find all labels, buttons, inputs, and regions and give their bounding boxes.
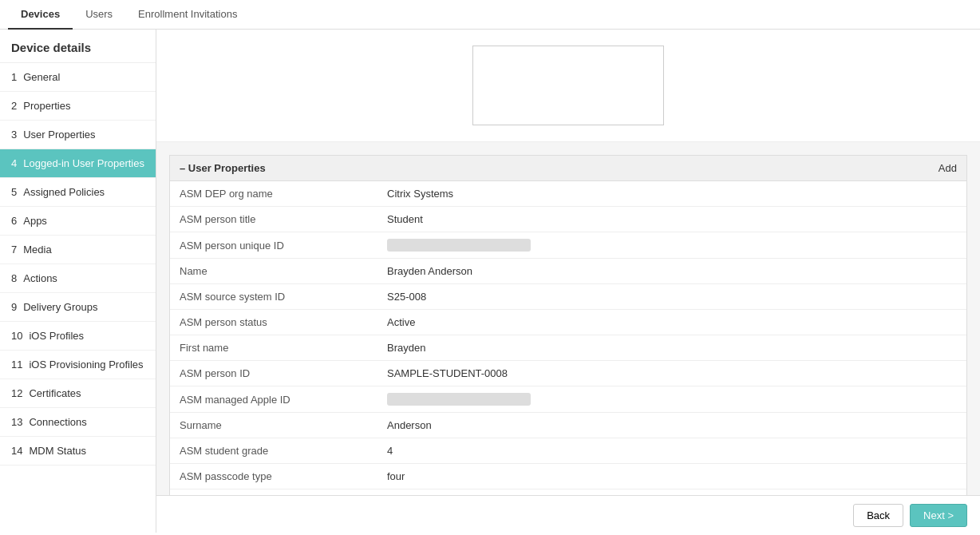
sidebar-item-general[interactable]: 1 General: [0, 63, 156, 92]
sidebar-num: 12: [11, 387, 22, 399]
sidebar-num: 2: [11, 100, 17, 112]
device-image-area: [156, 30, 980, 142]
sidebar-label: iOS Provisioning Profiles: [29, 359, 143, 371]
sidebar-item-mdm-status[interactable]: 14 MDM Status: [0, 437, 156, 466]
prop-label: ASM person ID: [170, 361, 377, 386]
sidebar-item-assigned-policies[interactable]: 5 Assigned Policies: [0, 178, 156, 207]
prop-label: ASM DEP org name: [170, 181, 377, 206]
prop-label: First name: [170, 335, 377, 360]
tab-devices[interactable]: Devices: [8, 0, 73, 30]
sidebar-num: 1: [11, 71, 17, 83]
table-row: ASM managed Apple ID: [170, 386, 966, 413]
blurred-bar: [387, 393, 531, 406]
main-layout: Device details 1 General 2 Properties 3 …: [0, 30, 980, 533]
sidebar-num: 6: [11, 215, 17, 227]
sidebar-label: Assigned Policies: [23, 186, 105, 198]
sidebar-label: iOS Profiles: [29, 330, 84, 342]
sidebar-label: General: [23, 71, 60, 83]
sidebar-label: Properties: [23, 100, 70, 112]
prop-value: Citrix Systems: [377, 181, 966, 206]
prop-value: S25-008: [377, 284, 966, 309]
tab-users[interactable]: Users: [73, 0, 125, 30]
prop-value-blurred: [377, 386, 966, 412]
sidebar-num: 3: [11, 129, 17, 141]
sidebar-num: 13: [11, 416, 22, 428]
sidebar-label: User Properties: [23, 129, 95, 141]
prop-value: SAMPLE-STUDENT-0008: [377, 361, 966, 386]
sidebar-label: Media: [23, 244, 51, 256]
sidebar-num: 7: [11, 244, 17, 256]
prop-value: four: [377, 464, 966, 489]
prop-value: Student: [377, 207, 966, 232]
sidebar-num: 10: [11, 330, 22, 342]
table-row: ASM DEP org name Citrix Systems: [170, 181, 966, 207]
content-area: – User Properties Add ASM DEP org name C…: [156, 30, 980, 533]
prop-label: ASM person title: [170, 207, 377, 232]
table-row: ASM student grade 4: [170, 438, 966, 464]
table-row: ASM passcode type four: [170, 464, 966, 489]
sidebar-label: Certificates: [29, 387, 81, 399]
blurred-bar: [387, 239, 531, 252]
sidebar-title: Device details: [0, 30, 156, 63]
sidebar-num: 9: [11, 301, 17, 313]
sidebar-item-certificates[interactable]: 12 Certificates: [0, 379, 156, 408]
prop-value: Anderson: [377, 413, 966, 438]
table-row: Name Brayden Anderson: [170, 259, 966, 284]
sidebar-item-properties[interactable]: 2 Properties: [0, 92, 156, 121]
prop-label: ASM student grade: [170, 438, 377, 463]
table-row: ASM person ID SAMPLE-STUDENT-0008: [170, 361, 966, 386]
table-row: First name Brayden: [170, 335, 966, 361]
sidebar-item-apps[interactable]: 6 Apps: [0, 207, 156, 236]
sidebar-item-logged-in-user-properties[interactable]: 4 Logged-in User Properties: [0, 149, 156, 178]
prop-label: ASM person unique ID: [170, 233, 377, 258]
sidebar-num: 8: [11, 272, 17, 284]
sidebar-num: 11: [11, 359, 22, 371]
back-button[interactable]: Back: [853, 504, 903, 527]
section-header: – User Properties Add: [170, 156, 966, 181]
sidebar-item-connections[interactable]: 13 Connections: [0, 408, 156, 437]
prop-value: 4: [377, 438, 966, 463]
footer-buttons: Back Next >: [156, 495, 980, 535]
section-title: – User Properties: [180, 162, 266, 174]
sidebar-item-ios-profiles[interactable]: 10 iOS Profiles: [0, 322, 156, 351]
user-properties-section: – User Properties Add ASM DEP org name C…: [169, 155, 967, 516]
sidebar-label: Apps: [23, 215, 47, 227]
sidebar-num: 5: [11, 186, 17, 198]
prop-label: ASM person status: [170, 310, 377, 335]
top-tabs: Devices Users Enrollment Invitations: [0, 0, 980, 30]
prop-label: ASM passcode type: [170, 464, 377, 489]
prop-value: Brayden Anderson: [377, 259, 966, 283]
sidebar-item-delivery-groups[interactable]: 9 Delivery Groups: [0, 293, 156, 322]
table-row: ASM source system ID S25-008: [170, 284, 966, 310]
sidebar: Device details 1 General 2 Properties 3 …: [0, 30, 156, 533]
table-row: Surname Anderson: [170, 413, 966, 438]
table-row: ASM person status Active: [170, 310, 966, 335]
sidebar-item-media[interactable]: 7 Media: [0, 236, 156, 264]
add-button[interactable]: Add: [939, 162, 957, 174]
device-image-placeholder: [472, 46, 664, 125]
sidebar-item-actions[interactable]: 8 Actions: [0, 264, 156, 293]
tab-enrollment[interactable]: Enrollment Invitations: [125, 0, 250, 30]
prop-value-blurred: [377, 232, 966, 258]
sidebar-label: Delivery Groups: [23, 301, 97, 313]
prop-label: ASM source system ID: [170, 284, 377, 309]
next-button[interactable]: Next >: [910, 504, 967, 527]
sidebar-label: MDM Status: [29, 445, 86, 457]
sidebar-label: Connections: [29, 416, 86, 428]
prop-label: Name: [170, 259, 377, 283]
prop-value: Active: [377, 310, 966, 335]
sidebar-num: 14: [11, 445, 22, 457]
sidebar-label: Logged-in User Properties: [23, 157, 144, 169]
prop-label: Surname: [170, 413, 377, 438]
table-row: ASM person title Student: [170, 207, 966, 232]
sidebar-label: Actions: [23, 272, 57, 284]
prop-value: Brayden: [377, 335, 966, 360]
sidebar-num: 4: [11, 157, 17, 169]
sidebar-item-user-properties[interactable]: 3 User Properties: [0, 121, 156, 149]
table-row: ASM person unique ID: [170, 232, 966, 259]
prop-label: ASM managed Apple ID: [170, 387, 377, 412]
sidebar-item-ios-provisioning[interactable]: 11 iOS Provisioning Profiles: [0, 351, 156, 379]
